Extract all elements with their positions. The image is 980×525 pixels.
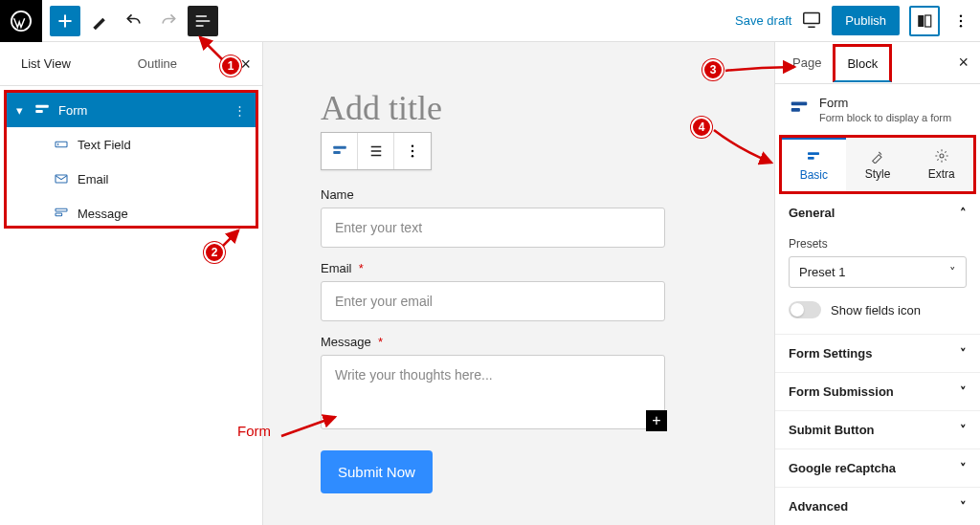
- subtab-label: Extra: [928, 167, 955, 181]
- show-fields-icon-toggle[interactable]: [789, 301, 821, 318]
- subtab-extra[interactable]: Extra: [909, 138, 973, 191]
- svg-rect-2: [918, 15, 924, 27]
- chevron-down-icon: ˅: [960, 423, 967, 437]
- section-title: General: [789, 206, 835, 220]
- svg-rect-13: [333, 146, 346, 149]
- toggle-label: Show fields icon: [831, 303, 921, 317]
- annotation-marker-1: 1: [220, 55, 241, 77]
- section-title: Advanced: [789, 499, 848, 514]
- preset-select[interactable]: Preset 1 ˅: [789, 256, 967, 288]
- name-input[interactable]: Enter your text: [321, 208, 665, 248]
- svg-rect-1: [804, 13, 820, 24]
- close-panel-button[interactable]: ×: [240, 55, 251, 73]
- svg-point-6: [960, 25, 962, 27]
- inspector-subtabs: Basic Style Extra: [779, 135, 976, 194]
- svg-point-15: [412, 145, 413, 147]
- undo-button[interactable]: [119, 6, 149, 36]
- form-block[interactable]: Name Enter your text Email * Enter your …: [321, 187, 665, 493]
- section-form-settings[interactable]: Form Settings ˅: [775, 334, 980, 372]
- tab-outline[interactable]: Outline: [128, 56, 187, 71]
- text-field-icon: [53, 136, 70, 153]
- block-name: Form: [819, 96, 848, 110]
- list-item-email[interactable]: Email: [7, 162, 256, 196]
- subtab-style[interactable]: Style: [846, 138, 910, 191]
- tools-button[interactable]: [84, 6, 115, 36]
- wp-logo[interactable]: [0, 0, 42, 42]
- save-draft-link[interactable]: Save draft: [735, 13, 791, 28]
- svg-rect-18: [791, 102, 808, 106]
- list-item-form[interactable]: ▾ Form ⋮: [7, 93, 256, 127]
- annotation-marker-2: 2: [204, 242, 225, 263]
- editor-top-toolbar: Save draft Publish: [0, 0, 980, 42]
- svg-point-17: [412, 155, 413, 157]
- options-menu-button[interactable]: [949, 10, 972, 33]
- svg-line-25: [281, 417, 335, 436]
- annotation-arrow-4: [710, 126, 777, 171]
- editor-canvas[interactable]: Add title Name Enter your text Email * E…: [263, 42, 774, 525]
- svg-point-16: [412, 150, 413, 152]
- redo-button[interactable]: [153, 6, 184, 36]
- subtab-label: Basic: [800, 168, 828, 182]
- chevron-down-icon: ˅: [960, 384, 967, 399]
- email-icon: [53, 170, 70, 187]
- svg-rect-10: [56, 175, 67, 183]
- message-textarea[interactable]: Write your thoughts here...: [321, 355, 665, 429]
- submit-button[interactable]: Submit Now: [321, 450, 433, 493]
- settings-sidebar: Page Block × Form Form block to display …: [774, 42, 980, 525]
- add-block-button[interactable]: +: [646, 410, 667, 431]
- svg-point-5: [960, 19, 962, 21]
- block-toolbar: [321, 132, 432, 170]
- annotation-form-label: Form: [237, 423, 271, 439]
- block-inserter-button[interactable]: [50, 6, 80, 36]
- email-input[interactable]: Enter your email: [321, 281, 665, 321]
- svg-point-4: [960, 14, 962, 16]
- section-form-submission[interactable]: Form Submission ˅: [775, 372, 980, 410]
- post-title-placeholder[interactable]: Add title: [321, 88, 717, 128]
- close-sidebar-button[interactable]: ×: [952, 53, 974, 73]
- publish-button[interactable]: Publish: [832, 6, 900, 35]
- svg-rect-20: [808, 152, 819, 155]
- list-item-label: Email: [78, 172, 109, 186]
- field-label-name: Name: [321, 187, 665, 202]
- section-submit-button[interactable]: Submit Button ˅: [775, 410, 980, 448]
- section-general[interactable]: General ˄: [775, 194, 980, 231]
- message-icon: [53, 205, 70, 222]
- section-recaptcha[interactable]: Google reCaptcha ˅: [775, 448, 980, 487]
- svg-rect-8: [35, 110, 43, 113]
- chevron-up-icon: ˄: [960, 206, 967, 220]
- svg-rect-11: [56, 208, 67, 211]
- chevron-down-icon: ▾: [16, 103, 26, 118]
- section-title: Form Settings: [789, 346, 872, 361]
- svg-point-22: [940, 154, 944, 158]
- subtab-label: Style: [865, 167, 891, 181]
- section-title: Google reCaptcha: [789, 461, 896, 475]
- document-overview-panel: List View Outline × ▾ Form ⋮ Text Field: [0, 42, 263, 525]
- section-advanced[interactable]: Advanced ˅: [775, 487, 980, 525]
- preview-button[interactable]: [801, 9, 822, 33]
- tab-block[interactable]: Block: [833, 44, 892, 82]
- svg-rect-7: [35, 105, 49, 108]
- section-general-body: Presets Preset 1 ˅ Show fields icon: [775, 231, 980, 334]
- block-card: Form Form block to display a form: [775, 84, 980, 135]
- chevron-down-icon: ˅: [960, 499, 967, 514]
- tab-list-view[interactable]: List View: [11, 56, 80, 71]
- chevron-down-icon: ˅: [960, 346, 967, 361]
- block-options-button[interactable]: ⋮: [234, 103, 246, 118]
- list-item-text-field[interactable]: Text Field: [7, 127, 256, 162]
- annotation-arrow-3: [722, 67, 798, 98]
- list-item-label: Text Field: [78, 138, 131, 152]
- subtab-basic[interactable]: Basic: [782, 138, 846, 191]
- presets-label: Presets: [789, 237, 967, 251]
- chevron-down-icon: ˅: [949, 265, 956, 279]
- align-button[interactable]: [358, 133, 394, 169]
- annotation-marker-3: 3: [702, 59, 724, 80]
- block-type-button[interactable]: [322, 133, 358, 169]
- svg-rect-3: [925, 15, 931, 27]
- settings-toggle-button[interactable]: [909, 6, 940, 36]
- annotation-marker-4: 4: [691, 117, 712, 138]
- field-label-email: Email *: [321, 261, 665, 275]
- block-more-button[interactable]: [394, 133, 431, 169]
- preset-value: Preset 1: [799, 265, 845, 279]
- block-description: Form block to display a form: [819, 112, 951, 123]
- section-title: Form Submission: [789, 384, 894, 399]
